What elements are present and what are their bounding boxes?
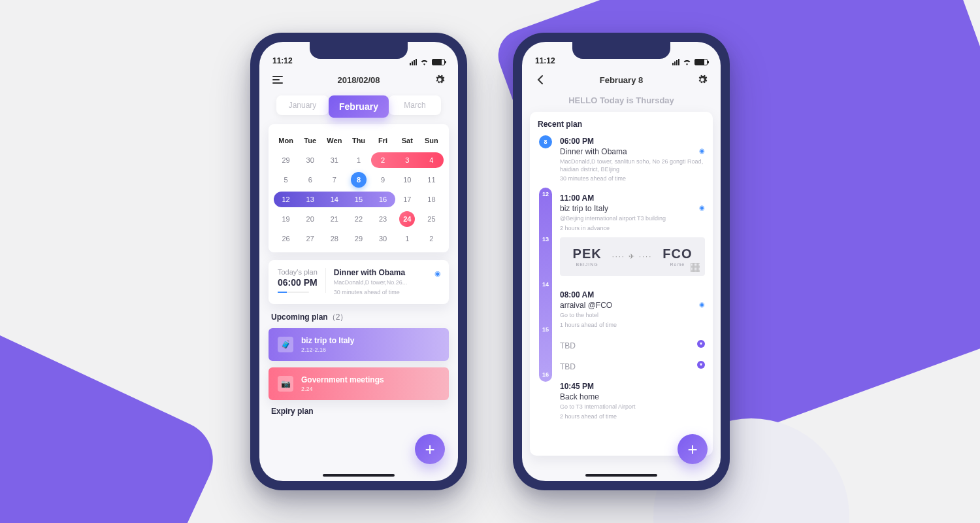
location-icon: ◉	[699, 301, 705, 308]
calendar-day[interactable]: 18	[419, 190, 444, 209]
wifi-icon	[420, 59, 429, 65]
recent-plan-label: Recent plan	[538, 120, 705, 129]
timeline-item[interactable]: TBD▾	[560, 339, 705, 360]
home-indicator[interactable]	[585, 474, 657, 477]
today-plan-location: MacDonald,D tower,No.26...	[334, 279, 408, 287]
calendar-day[interactable]: 12	[274, 190, 298, 209]
calendar-day[interactable]: 31	[322, 150, 346, 170]
calendar-weekday: Thu	[346, 131, 370, 150]
calendar-weekday: Wen	[322, 131, 346, 150]
calendar-day[interactable]: 3	[395, 150, 419, 170]
battery-icon	[432, 59, 445, 65]
calendar-day[interactable]: 11	[419, 170, 444, 190]
expiry-header: Expiry plan	[271, 407, 446, 416]
calendar-day[interactable]: 2	[371, 150, 395, 170]
location-icon: ◉	[699, 147, 705, 154]
settings-icon[interactable]	[696, 73, 709, 86]
calendar-day[interactable]: 15	[346, 190, 370, 209]
calendar-day[interactable]: 5	[274, 170, 298, 190]
more-icon[interactable]: ▾	[697, 361, 705, 369]
calendar-day[interactable]: 30	[298, 150, 322, 170]
calendar-day[interactable]: 13	[298, 190, 322, 209]
today-plan-card[interactable]: Today's plan 06:00 PM Dinner with Obama …	[269, 260, 449, 304]
upcoming-plan-card[interactable]: 🧳biz trip to Italy2.12-2.16	[269, 328, 449, 361]
day-badge: 8	[539, 135, 552, 148]
location-icon: ◉	[699, 204, 705, 211]
timeline-item[interactable]: TBD▾	[560, 360, 705, 380]
calendar-day[interactable]: 19	[274, 209, 298, 229]
calendar-day[interactable]: 4	[419, 150, 444, 170]
phone-calendar: 11:12 2018/02/08 January February	[250, 33, 467, 490]
timeline-item[interactable]: 11:00 AMbiz trip to Italy@Beijing intern…	[560, 192, 705, 289]
month-selector: January February March	[271, 95, 446, 118]
calendar-day[interactable]: 17	[395, 190, 419, 209]
phone-day-detail: 11:12 February 8 HELLO Today is Thursday	[513, 33, 730, 490]
today-plan-note: 30 minutes ahead of time	[334, 289, 408, 297]
wifi-icon	[683, 59, 691, 65]
month-prev[interactable]: January	[276, 95, 329, 115]
location-icon: ◉	[434, 269, 441, 278]
briefcase-icon: 🧳	[278, 337, 293, 352]
timeline-item[interactable]: 10:45 PMBack homeGo to T3 International …	[560, 380, 705, 430]
calendar-day[interactable]: 25	[419, 209, 444, 229]
timeline-item[interactable]: 06:00 PM Dinner with Obama MacDonald,D t…	[560, 135, 705, 192]
calendar-day[interactable]: 16	[371, 190, 395, 209]
calendar-day[interactable]: 1	[346, 150, 370, 170]
day-range-bar: 1213141516	[539, 188, 552, 382]
calendar-day[interactable]: 27	[298, 229, 322, 248]
settings-icon[interactable]	[433, 73, 446, 86]
calendar-day[interactable]: 10	[395, 170, 419, 190]
calendar-day[interactable]: 7	[322, 170, 346, 190]
back-icon[interactable]	[534, 73, 547, 86]
signal-icon	[410, 59, 417, 65]
calendar-day[interactable]: 8	[346, 170, 370, 190]
calendar-day[interactable]: 20	[298, 209, 322, 229]
qr-icon	[691, 263, 700, 272]
timeline-item[interactable]: 08:00 AMarraival @FCOGo to the hotel1 ho…	[560, 289, 705, 338]
calendar-day[interactable]: 23	[371, 209, 395, 229]
flight-card[interactable]: PEKBEIJING···· ✈ ····FCORome	[560, 237, 705, 276]
month-current[interactable]: February	[329, 95, 389, 118]
add-button[interactable]: +	[678, 434, 708, 464]
header-date: 2018/02/08	[284, 75, 433, 85]
camera-icon: 📷	[278, 376, 293, 392]
home-indicator[interactable]	[323, 474, 395, 477]
calendar-day[interactable]: 1	[395, 229, 419, 248]
upcoming-plan-card[interactable]: 📷Government meetings2.24	[269, 367, 449, 400]
plane-icon: ···· ✈ ····	[612, 252, 653, 261]
calendar-day[interactable]: 21	[322, 209, 346, 229]
calendar-day[interactable]: 29	[346, 229, 370, 248]
calendar-weekday: Sun	[419, 131, 444, 150]
calendar-weekday: Tue	[298, 131, 322, 150]
greeting-text: HELLO Today is Thursday	[522, 95, 721, 105]
recent-plan-card: Recent plan 8 06:00 PM Dinner with Obama…	[530, 112, 713, 456]
battery-icon	[694, 59, 708, 65]
calendar-day[interactable]: 14	[322, 190, 346, 209]
today-plan-time: 06:00 PM	[278, 277, 318, 288]
menu-icon[interactable]	[271, 73, 284, 86]
calendar-day[interactable]: 26	[274, 229, 298, 248]
calendar-day[interactable]: 29	[274, 150, 298, 170]
calendar-day[interactable]: 6	[298, 170, 322, 190]
calendar-day[interactable]: 9	[371, 170, 395, 190]
today-plan-title: Dinner with Obama	[334, 268, 408, 277]
calendar-day[interactable]: 2	[419, 229, 444, 248]
header-date: February 8	[547, 75, 696, 85]
calendar-day[interactable]: 28	[322, 229, 346, 248]
add-button[interactable]: +	[415, 434, 445, 464]
calendar-day[interactable]: 24	[395, 209, 419, 229]
month-next[interactable]: March	[389, 95, 441, 115]
calendar-weekday: Mon	[274, 131, 298, 150]
today-plan-progress	[278, 292, 309, 293]
signal-icon	[672, 59, 679, 65]
calendar-weekday: Sat	[395, 131, 419, 150]
upcoming-header: Upcoming plan（2）	[271, 312, 446, 323]
calendar-day[interactable]: 22	[346, 209, 370, 229]
more-icon[interactable]: ▾	[697, 340, 705, 348]
calendar-weekday: Fri	[371, 131, 395, 150]
today-plan-label: Today's plan	[278, 268, 318, 276]
calendar-grid: MonTueWenThuFriSatSun 293031123456789101…	[269, 124, 449, 252]
calendar-day[interactable]: 30	[371, 229, 395, 248]
